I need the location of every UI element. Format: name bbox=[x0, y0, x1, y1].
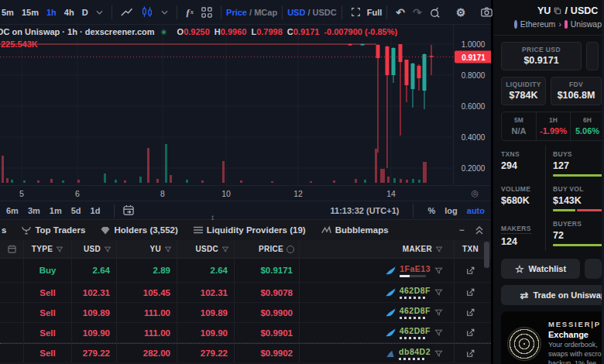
range-1m[interactable]: 1m bbox=[50, 206, 62, 215]
external-link-icon[interactable] bbox=[465, 266, 475, 276]
minimize-icon[interactable]: − bbox=[459, 225, 465, 235]
timeframe-4h[interactable]: 4h bbox=[60, 6, 78, 19]
table-row[interactable]: Sell 102.31 105.45 102.31 $0.9078 462D8F bbox=[0, 283, 491, 303]
external-link-icon[interactable] bbox=[465, 349, 475, 359]
maker-cell[interactable]: 462D8F bbox=[299, 303, 454, 322]
table-scrollbar[interactable] bbox=[484, 242, 489, 268]
txn-link-cell[interactable] bbox=[454, 303, 486, 322]
range-5d[interactable]: 5d bbox=[71, 206, 81, 215]
header-usdc[interactable]: USDC bbox=[177, 240, 234, 258]
trade-on-uniswap-button[interactable]: ⇄ Trade on Uniswap bbox=[501, 285, 602, 305]
go-to-date-icon[interactable] bbox=[119, 205, 138, 215]
auto-scale-toggle[interactable]: auto bbox=[467, 206, 485, 215]
chain-label[interactable]: Ethereum bbox=[520, 19, 556, 29]
tab-bubblemaps[interactable]: Bubblemaps bbox=[321, 225, 389, 235]
ad-banner[interactable]: MESSIER|P Exchange Your orderbook, swaps… bbox=[501, 311, 602, 364]
timeframe-1d[interactable]: D bbox=[78, 6, 92, 19]
tab-liquidity-providers[interactable]: Liquidity Providers (19) bbox=[194, 225, 306, 235]
maker-address[interactable]: 1FaE13 bbox=[400, 264, 431, 277]
external-link-icon[interactable] bbox=[465, 328, 475, 338]
header-yu[interactable]: YU bbox=[116, 240, 177, 258]
scroll-to-now-icon[interactable]: ◎ bbox=[471, 188, 479, 198]
panel-resize-handle[interactable]: ↕ bbox=[211, 213, 214, 221]
filter-icon[interactable] bbox=[434, 288, 443, 297]
table-row[interactable]: Sell 279.22 282.00 279.22 $0.9902 db84D2 bbox=[0, 343, 491, 363]
fullscreen-icon[interactable] bbox=[347, 7, 365, 17]
clock-display[interactable]: 11:13:32 (UTC+1) bbox=[331, 206, 400, 215]
timeframe-5m[interactable]: 5m bbox=[0, 6, 18, 19]
line-chart-icon[interactable] bbox=[117, 7, 137, 18]
maker-cell[interactable]: 1FaE13 bbox=[299, 259, 454, 282]
maker-cell[interactable]: 462D8F bbox=[299, 323, 454, 342]
layout-grid-icon[interactable] bbox=[197, 7, 216, 18]
filter-icon[interactable] bbox=[435, 246, 443, 253]
txn-link-cell[interactable] bbox=[454, 259, 486, 282]
log-scale-toggle[interactable]: log bbox=[444, 206, 458, 215]
filter-icon[interactable] bbox=[434, 308, 443, 317]
filter-icon[interactable] bbox=[56, 246, 63, 253]
table-row[interactable]: Buy 2.64 2.89 2.64 $0.9171 1FaE13 bbox=[0, 259, 491, 283]
external-link-icon[interactable] bbox=[465, 307, 475, 318]
maker-address[interactable]: 462D8F bbox=[400, 286, 431, 299]
tab-partial-label: s bbox=[2, 225, 6, 235]
chevron-down-icon[interactable] bbox=[157, 10, 172, 15]
header-usd[interactable]: USD bbox=[71, 240, 116, 258]
range-6m[interactable]: 6m bbox=[6, 206, 19, 215]
txn-link-cell[interactable] bbox=[454, 344, 486, 362]
indicators-fx-icon[interactable]: ƒx bbox=[182, 6, 198, 19]
tab-holders[interactable]: Holders (3,552) bbox=[101, 225, 177, 235]
filter-icon[interactable] bbox=[221, 246, 229, 253]
usd-usdc-toggle[interactable]: USD / USDC bbox=[287, 8, 337, 17]
magnet-icon[interactable] bbox=[426, 7, 444, 18]
filter-icon[interactable] bbox=[434, 349, 443, 358]
range-1d[interactable]: 1d bbox=[91, 206, 101, 215]
maker-address[interactable]: db84D2 bbox=[399, 347, 431, 360]
maker-cell[interactable]: db84D2 bbox=[299, 344, 454, 362]
percent-scale-toggle[interactable]: % bbox=[427, 206, 435, 215]
filter-icon[interactable] bbox=[164, 246, 172, 253]
change-5m[interactable]: 5M N/A bbox=[502, 112, 536, 140]
redo-icon[interactable]: ↷ bbox=[409, 6, 426, 19]
range-3m[interactable]: 3m bbox=[28, 206, 40, 215]
txn-link-cell[interactable] bbox=[454, 283, 486, 302]
price-toggle-label[interactable]: Price bbox=[226, 8, 247, 17]
table-row[interactable]: Sell 109.90 111.00 109.90 $0.9901 462D8F bbox=[0, 323, 491, 343]
maker-address[interactable]: 462D8F bbox=[400, 326, 431, 339]
mcap-toggle-label[interactable]: / MCap bbox=[249, 8, 277, 17]
txn-link-cell[interactable] bbox=[454, 323, 486, 342]
time-axis[interactable]: ◎ 568101214 bbox=[0, 186, 491, 201]
usdc-toggle-label[interactable]: / USDC bbox=[307, 8, 336, 17]
header-maker[interactable]: MAKER bbox=[299, 240, 454, 258]
chevron-down-icon[interactable] bbox=[92, 10, 107, 15]
breadcrumb[interactable]: Ethereum › Uniswap bbox=[514, 19, 602, 29]
alerts-button[interactable] bbox=[585, 259, 602, 279]
expand-icon[interactable] bbox=[475, 226, 483, 235]
header-price[interactable]: PRICE bbox=[234, 240, 299, 258]
filter-icon[interactable] bbox=[434, 328, 443, 337]
price-chart[interactable]: 1.00000.80000.60000.40000.20000.9171 bbox=[0, 25, 491, 186]
header-type[interactable]: TYPE bbox=[23, 240, 71, 258]
table-row[interactable]: Sell 109.89 111.00 109.89 $0.9900 462D8F bbox=[0, 303, 491, 323]
filter-icon[interactable] bbox=[104, 246, 112, 253]
candlestick-icon[interactable] bbox=[137, 6, 157, 18]
change-6h[interactable]: 6H 5.06% bbox=[570, 112, 602, 140]
undo-icon[interactable]: ↶ bbox=[392, 6, 409, 19]
timeframe-1h[interactable]: 1h bbox=[43, 6, 60, 19]
copy-icon[interactable] bbox=[554, 7, 561, 15]
filter-icon[interactable] bbox=[434, 266, 443, 275]
fullscreen-label[interactable]: Full bbox=[367, 8, 383, 17]
tab-partial[interactable]: s bbox=[2, 225, 6, 235]
maker-address[interactable]: 462D8F bbox=[400, 306, 431, 319]
gear-icon[interactable]: ⚙ bbox=[452, 6, 470, 19]
price-mcap-toggle[interactable]: Price / MCap bbox=[226, 8, 277, 17]
watchlist-button[interactable]: ☆ Watchlist bbox=[501, 259, 580, 279]
dex-label[interactable]: Uniswap bbox=[571, 19, 602, 29]
date-column-icon[interactable] bbox=[0, 240, 23, 258]
change-1h[interactable]: 1H -1.99% bbox=[536, 112, 570, 140]
usd-toggle-label[interactable]: USD bbox=[287, 8, 305, 17]
tab-top-traders[interactable]: Top Traders bbox=[22, 225, 85, 235]
external-link-icon[interactable] bbox=[465, 287, 475, 297]
maker-cell[interactable]: 462D8F bbox=[299, 283, 454, 302]
price-toggle-icon[interactable] bbox=[287, 246, 294, 253]
timeframe-15m[interactable]: 15m bbox=[18, 6, 43, 19]
